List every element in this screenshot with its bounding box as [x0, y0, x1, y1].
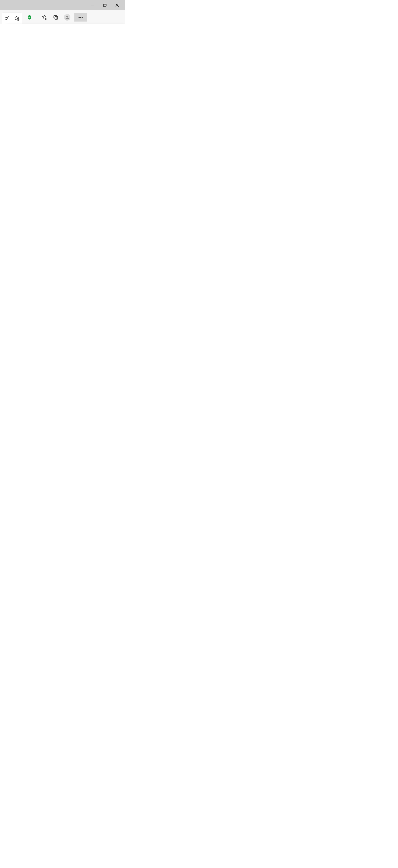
window-titlebar — [0, 0, 125, 10]
toolbar-separator — [37, 14, 37, 20]
window-maximize-button[interactable] — [99, 0, 111, 10]
profile-avatar[interactable] — [63, 13, 71, 22]
more-menu-button[interactable] — [74, 13, 87, 22]
window-minimize-button[interactable] — [87, 0, 99, 10]
favorites-list-icon[interactable] — [40, 13, 48, 22]
window-close-button[interactable] — [111, 0, 123, 10]
collections-toolbar-icon[interactable] — [52, 13, 60, 22]
svg-point-20 — [82, 17, 82, 18]
browser-toolbar — [0, 10, 125, 24]
avatar-icon — [64, 14, 70, 21]
address-bar-actions — [2, 12, 22, 24]
shield-icon[interactable] — [25, 13, 34, 22]
svg-point-6 — [5, 18, 7, 20]
svg-point-19 — [80, 17, 81, 18]
svg-rect-2 — [104, 4, 106, 7]
svg-point-18 — [79, 17, 80, 18]
svg-point-17 — [66, 16, 68, 18]
passwords-icon[interactable] — [3, 14, 11, 22]
add-favorite-icon[interactable] — [13, 14, 21, 22]
